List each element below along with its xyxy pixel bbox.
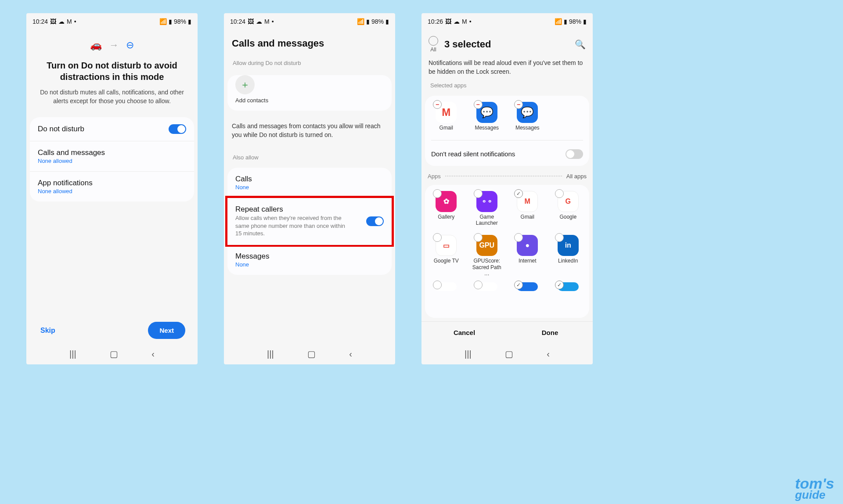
app-cell[interactable]: ⚬⚬Game Launcher bbox=[468, 188, 507, 229]
selected-app-cell[interactable]: −MGmail bbox=[427, 99, 466, 133]
repeat-callers-toggle[interactable] bbox=[366, 216, 384, 226]
status-bar: 10:24 🖼 ☁ M • 📶 ▮ 98% ▮ bbox=[26, 13, 198, 27]
app-cell[interactable]: GGoogle bbox=[549, 188, 588, 229]
battery-text: 98% bbox=[569, 18, 581, 25]
nav-bar: ||| ▢ ‹ bbox=[26, 343, 198, 364]
gmail-status-icon: M bbox=[67, 18, 72, 25]
calls-label: Calls and messages bbox=[38, 148, 105, 157]
battery-text: 98% bbox=[174, 18, 186, 25]
watermark: tom's guide bbox=[795, 477, 834, 500]
silent-toggle[interactable] bbox=[566, 149, 583, 159]
cancel-button[interactable]: Cancel bbox=[422, 322, 507, 343]
check-badge: ✓ bbox=[514, 189, 523, 198]
app-cell-partial[interactable] bbox=[468, 280, 507, 295]
battery-text: 98% bbox=[371, 18, 384, 25]
app-name-label: LinkedIn bbox=[558, 258, 578, 264]
dnd-row[interactable]: Do not disturb bbox=[30, 117, 194, 141]
calls-setting-sub: None bbox=[235, 184, 252, 191]
cloud-icon: ☁ bbox=[454, 18, 460, 25]
nav-back-icon[interactable]: ‹ bbox=[547, 349, 550, 359]
cloud-icon: ☁ bbox=[58, 18, 65, 25]
next-button[interactable]: Next bbox=[148, 322, 185, 339]
app-name-label: Messages bbox=[475, 125, 499, 131]
selected-apps-grid: −MGmail−💬Messages−💬Messages bbox=[425, 96, 589, 138]
wifi-icon: 📶 bbox=[357, 18, 364, 25]
app-cell[interactable]: ▭Google TV bbox=[427, 232, 466, 279]
all-apps-link[interactable]: All apps bbox=[566, 173, 587, 180]
check-badge bbox=[474, 189, 483, 198]
signal-icon: ▮ bbox=[169, 18, 172, 25]
check-badge bbox=[474, 281, 483, 289]
page-title: Calls and messages bbox=[224, 27, 395, 53]
car-icon: 🚗 bbox=[90, 40, 102, 51]
nav-bar: ||| ▢ ‹ bbox=[422, 343, 593, 364]
phone-screen-1: 10:24 🖼 ☁ M • 📶 ▮ 98% ▮ 🚗 → ⊖ Turn on Do… bbox=[26, 13, 198, 364]
divider bbox=[431, 140, 583, 140]
dnd-toggle[interactable] bbox=[169, 124, 186, 134]
app-cell-partial[interactable]: ✓ bbox=[508, 280, 547, 295]
also-allow-card: Calls None Repeat callers Allow calls wh… bbox=[227, 168, 392, 275]
nav-back-icon[interactable]: ‹ bbox=[349, 349, 352, 359]
repeat-callers-highlight: Repeat callers Allow calls when they're … bbox=[225, 196, 394, 247]
nav-recents-icon[interactable]: ||| bbox=[465, 349, 472, 359]
selected-app-cell[interactable]: −💬Messages bbox=[508, 99, 547, 133]
battery-icon: ▮ bbox=[385, 18, 389, 25]
app-cell[interactable]: GPUGPUScore: Sacred Path … bbox=[468, 232, 507, 279]
add-contacts-button[interactable]: ＋ bbox=[235, 75, 255, 94]
nav-recents-icon[interactable]: ||| bbox=[267, 349, 274, 359]
apps-row[interactable]: App notifications None allowed bbox=[30, 172, 194, 202]
app-cell-partial[interactable] bbox=[427, 280, 466, 295]
apps-label: App notifications bbox=[38, 179, 93, 187]
repeat-callers-row[interactable]: Repeat callers Allow calls when they're … bbox=[227, 198, 392, 245]
plus-icon: ＋ bbox=[240, 78, 250, 91]
repeat-callers-desc: Allow calls when they're received from t… bbox=[235, 214, 349, 238]
hero-desc: Do not disturb mutes all calls, notifica… bbox=[35, 88, 189, 106]
nav-home-icon[interactable]: ▢ bbox=[307, 349, 316, 359]
calls-row[interactable]: Calls and messages None allowed bbox=[30, 141, 194, 172]
app-name-label: Messages bbox=[515, 125, 540, 131]
app-cell[interactable]: ●Internet bbox=[508, 232, 547, 279]
app-name-label: Gmail bbox=[440, 125, 453, 131]
calls-setting-row[interactable]: Calls None bbox=[227, 168, 392, 198]
selected-apps-card: −MGmail−💬Messages−💬Messages Don't read s… bbox=[425, 96, 589, 166]
done-button[interactable]: Done bbox=[507, 322, 593, 343]
apps-grid-partial: ✓ ✓ bbox=[425, 280, 589, 295]
check-badge bbox=[474, 233, 483, 242]
app-cell[interactable]: inLinkedIn bbox=[549, 232, 588, 279]
selected-app-cell[interactable]: −💬Messages bbox=[468, 99, 507, 133]
phone-screen-2: 10:24 🖼 ☁ M • 📶 ▮ 98% ▮ Calls and messag… bbox=[224, 13, 395, 364]
apps-sub: None allowed bbox=[38, 188, 93, 194]
app-cell-partial[interactable]: ✓ bbox=[549, 280, 588, 295]
notice-text: Notifications will be read aloud even if… bbox=[422, 54, 593, 82]
status-time: 10:26 bbox=[428, 18, 443, 25]
apps-card: ✿Gallery⚬⚬Game Launcher✓MGmailGGoogle▭Go… bbox=[425, 185, 589, 318]
skip-button[interactable]: Skip bbox=[39, 323, 57, 338]
app-cell[interactable]: ✿Gallery bbox=[427, 188, 466, 229]
selected-apps-label: Selected apps bbox=[422, 82, 593, 92]
check-badge bbox=[433, 189, 442, 198]
remove-badge-icon[interactable]: − bbox=[474, 100, 483, 109]
status-bar: 10:26 🖼 ☁ M • 📶 ▮ 98% ▮ bbox=[422, 13, 593, 27]
app-name-label: Game Launcher bbox=[469, 214, 504, 227]
status-time: 10:24 bbox=[230, 18, 245, 25]
status-time: 10:24 bbox=[32, 18, 48, 25]
nav-back-icon[interactable]: ‹ bbox=[151, 349, 155, 359]
dnd-icon: ⊖ bbox=[126, 40, 134, 51]
nav-recents-icon[interactable]: ||| bbox=[69, 349, 76, 359]
app-name-label: Gallery bbox=[438, 214, 454, 220]
select-all-radio[interactable] bbox=[429, 36, 438, 46]
app-name-label: Internet bbox=[519, 258, 537, 264]
selection-count-title: 3 selected bbox=[444, 39, 569, 50]
nav-home-icon[interactable]: ▢ bbox=[505, 349, 513, 359]
selection-header: All 3 selected 🔍 bbox=[422, 27, 593, 54]
search-icon[interactable]: 🔍 bbox=[575, 39, 586, 50]
check-badge: ✓ bbox=[555, 281, 564, 289]
phone-screen-3: 10:26 🖼 ☁ M • 📶 ▮ 98% ▮ All 3 selected 🔍… bbox=[422, 13, 593, 364]
nav-home-icon[interactable]: ▢ bbox=[110, 349, 118, 359]
silent-notifications-row[interactable]: Don't read silent notifications bbox=[425, 142, 589, 166]
app-cell[interactable]: ✓MGmail bbox=[508, 188, 547, 229]
signal-icon: ▮ bbox=[366, 18, 370, 25]
messages-setting-row[interactable]: Messages None bbox=[227, 245, 392, 275]
battery-icon: ▮ bbox=[583, 18, 587, 25]
calls-setting-label: Calls bbox=[235, 175, 252, 184]
